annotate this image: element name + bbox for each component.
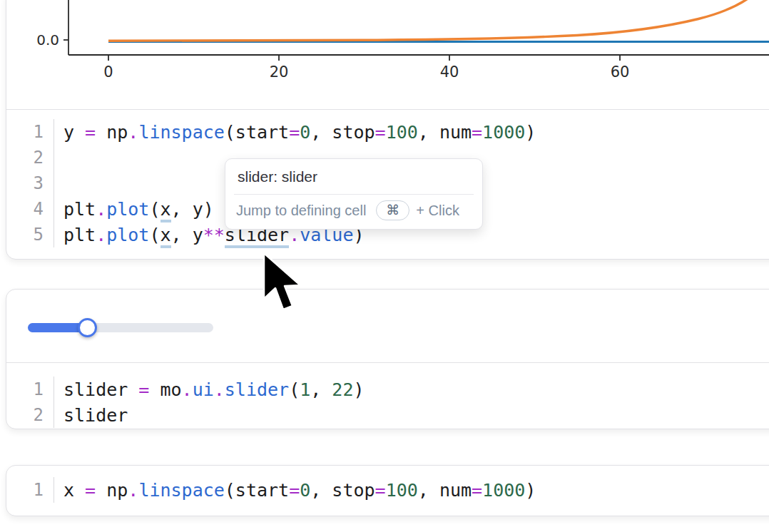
variable-hover-tooltip: slider: slider Jump to defining cell ⌘ +… <box>225 158 483 230</box>
x-tick-label: 60 <box>611 63 630 81</box>
line-number: 5 <box>6 222 54 247</box>
tooltip-hint-text: Jump to defining cell <box>236 203 366 219</box>
line-number: 2 <box>6 402 54 428</box>
tooltip-hint-suffix: + Click <box>416 203 459 219</box>
line-number: 1 <box>6 477 54 503</box>
notebook-page: 0.0 0 20 40 60 1 y = np.linspace(start=0… <box>0 0 769 532</box>
slider-track[interactable] <box>28 323 213 332</box>
line-number: 1 <box>6 377 54 402</box>
cell-slider-widget-and-code: 1 slider = mo.ui.slider(1, 22) 2 slider <box>6 289 769 429</box>
x-tick-label: 20 <box>270 63 289 81</box>
x-tick-label: 0 <box>103 63 113 81</box>
line-number: 4 <box>6 196 54 222</box>
code-editor[interactable]: 1 x = np.linspace(start=0, stop=100, num… <box>6 466 769 503</box>
code-line[interactable]: 1 y = np.linspace(start=0, stop=100, num… <box>6 119 769 145</box>
x-tick-label: 40 <box>440 63 459 81</box>
code-line[interactable]: 2 slider <box>6 402 769 428</box>
code-text[interactable]: x = np.linspace(start=0, stop=100, num=1… <box>54 480 536 501</box>
line-number: 2 <box>6 145 54 170</box>
code-line[interactable]: 1 slider = mo.ui.slider(1, 22) <box>6 377 769 402</box>
code-text[interactable]: y = np.linspace(start=0, stop=100, num=1… <box>54 122 536 143</box>
command-key-icon: ⌘ <box>376 200 409 220</box>
matplotlib-figure: 0.0 0 20 40 60 <box>6 0 769 108</box>
y-tick-label: 0.0 <box>36 31 59 48</box>
line-series-y-pow <box>108 0 752 41</box>
mouse-cursor-icon <box>262 252 305 317</box>
slider-handle[interactable] <box>78 318 97 337</box>
code-text[interactable]: slider <box>54 405 128 426</box>
tooltip-hint-row: Jump to defining cell ⌘ + Click <box>225 195 482 229</box>
slider-output-area <box>6 290 769 363</box>
line-number: 1 <box>6 119 54 145</box>
code-editor[interactable]: 1 slider = mo.ui.slider(1, 22) 2 slider <box>6 363 769 428</box>
line-number: 3 <box>6 170 54 196</box>
code-text[interactable]: slider = mo.ui.slider(1, 22) <box>54 379 365 400</box>
plot-output-area: 0.0 0 20 40 60 <box>6 0 769 110</box>
code-line[interactable]: 1 x = np.linspace(start=0, stop=100, num… <box>6 477 769 503</box>
tooltip-title: slider: slider <box>225 159 482 194</box>
cell-x-definition: 1 x = np.linspace(start=0, stop=100, num… <box>6 465 769 516</box>
code-text[interactable]: plt.plot(x, y) <box>54 199 214 220</box>
